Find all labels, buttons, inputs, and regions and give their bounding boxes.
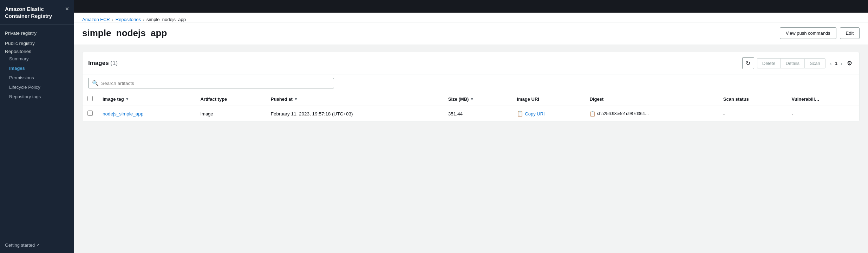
next-page-button[interactable]: › [839, 60, 844, 67]
row-size-cell: 351.44 [443, 106, 512, 121]
th-image-tag: Image tag ▼ [98, 92, 195, 106]
panel-actions: ↻ Delete Details Scan ‹ 1 › [742, 57, 854, 69]
row-vulnerabilities: - [792, 111, 794, 116]
row-image-uri-cell: 📋 Copy URI [512, 106, 585, 121]
row-artifact-type: Image [200, 111, 213, 116]
table-row: nodejs_simple_app Image February 11, 202… [83, 106, 859, 121]
top-bar [74, 0, 868, 13]
breadcrumb-sep-2: › [143, 17, 144, 22]
copy-uri-label: Copy URI [525, 111, 544, 116]
sidebar-item-repository-tags[interactable]: Repository tags [0, 92, 74, 101]
breadcrumb-repositories[interactable]: Repositories [116, 17, 141, 22]
sidebar-item-images[interactable]: Images [0, 64, 74, 73]
sidebar: Amazon Elastic Container Registry × Priv… [0, 0, 74, 253]
content-area: Images (1) ↻ Delete Details Scan [74, 45, 868, 128]
th-scan-status: Scan status [718, 92, 787, 106]
breadcrumb-ecr[interactable]: Amazon ECR [82, 17, 110, 22]
table-header-row: Image tag ▼ Artifact type Pushed at [83, 92, 859, 106]
th-size: Size (MB) ▼ [443, 92, 512, 106]
scan-button[interactable]: Scan [804, 58, 825, 68]
row-vulnerabilities-cell: - [787, 106, 859, 121]
row-tag-link[interactable]: nodejs_simple_app [103, 111, 143, 116]
row-pushed-at: February 11, 2023, 19:57:18 (UTC+03) [271, 111, 353, 116]
breadcrumb-current: simple_nodejs_app [146, 17, 186, 22]
column-settings-button[interactable]: ⚙ [846, 59, 854, 68]
delete-button[interactable]: Delete [757, 58, 781, 68]
row-scan-status-cell: - [718, 106, 787, 121]
images-table-wrapper: Image tag ▼ Artifact type Pushed at [83, 92, 859, 121]
row-pushed-at-cell: February 11, 2023, 19:57:18 (UTC+03) [266, 106, 443, 121]
external-link-icon: ↗ [36, 243, 39, 247]
pushed-at-sort-icon: ▼ [294, 97, 298, 101]
details-button[interactable]: Details [780, 58, 804, 68]
search-input[interactable] [101, 81, 330, 86]
sidebar-item-private-registry[interactable]: Private registry [0, 28, 74, 38]
th-image-uri: Image URI [512, 92, 585, 106]
breadcrumb-sep-1: › [112, 17, 113, 22]
size-sort-icon: ▼ [470, 97, 474, 101]
row-scan-status: - [723, 111, 725, 116]
breadcrumb: Amazon ECR › Repositories › simple_nodej… [74, 13, 868, 22]
sidebar-item-repositories[interactable]: Repositories [0, 46, 36, 56]
refresh-icon: ↻ [746, 60, 750, 67]
page-area: Amazon ECR › Repositories › simple_nodej… [74, 13, 868, 253]
panel-title: Images (1) [88, 60, 118, 67]
copy-icon: 📋 [517, 111, 523, 117]
row-size: 351.44 [448, 111, 463, 116]
sidebar-header: Amazon Elastic Container Registry × [0, 0, 74, 25]
page-number: 1 [835, 61, 837, 66]
row-artifact-type-cell: Image [195, 106, 266, 121]
row-checkbox[interactable] [87, 111, 93, 116]
search-input-wrapper: 🔍 [88, 78, 334, 88]
select-all-checkbox[interactable] [87, 96, 93, 101]
row-tag-cell: nodejs_simple_app [98, 106, 195, 121]
search-bar-row: 🔍 [83, 74, 859, 92]
view-push-commands-button[interactable]: View push commands [780, 27, 836, 39]
sidebar-footer: Getting started ↗ [0, 237, 74, 253]
th-checkbox [83, 92, 98, 106]
panel-header: Images (1) ↻ Delete Details Scan [83, 52, 859, 74]
page-header: simple_nodejs_app View push commands Edi… [74, 22, 868, 45]
th-vulnerabilities: Vulnerabili… [787, 92, 859, 106]
page-actions: View push commands Edit [780, 27, 860, 39]
images-panel: Images (1) ↻ Delete Details Scan [82, 52, 860, 121]
th-digest: Digest [585, 92, 718, 106]
action-buttons-group: Delete Details Scan [757, 58, 825, 68]
sidebar-footer-getting-started[interactable]: Getting started ↗ [5, 241, 69, 249]
sidebar-item-lifecycle-policy[interactable]: Lifecycle Policy [0, 82, 74, 92]
pagination: ‹ 1 › ⚙ [828, 59, 854, 68]
th-artifact-type: Artifact type [195, 92, 266, 106]
sidebar-title: Amazon Elastic Container Registry [5, 6, 52, 19]
page-title: simple_nodejs_app [82, 28, 167, 39]
refresh-button[interactable]: ↻ [742, 57, 754, 69]
sidebar-close-button[interactable]: × [65, 6, 69, 12]
image-tag-sort-icon: ▼ [125, 97, 129, 101]
main-content: Amazon ECR › Repositories › simple_nodej… [74, 0, 868, 253]
sidebar-item-permissions[interactable]: Permissions [0, 73, 74, 82]
digest-copy-icon: 📋 [589, 111, 595, 116]
getting-started-label: Getting started [5, 242, 35, 248]
row-digest-cell: 📋 sha256:98e4e1d987d364… [585, 106, 718, 121]
row-digest: sha256:98e4e1d987d364… [597, 111, 649, 116]
sidebar-nav: Private registry Public registry Reposit… [0, 25, 74, 105]
panel-title-count: (1) [110, 60, 118, 66]
row-checkbox-cell [83, 106, 98, 121]
panel-title-text: Images [88, 60, 109, 66]
prev-page-button[interactable]: ‹ [828, 60, 834, 67]
images-table: Image tag ▼ Artifact type Pushed at [83, 92, 859, 121]
copy-uri-button[interactable]: 📋 Copy URI [517, 111, 544, 117]
th-pushed-at: Pushed at ▼ [266, 92, 443, 106]
edit-button[interactable]: Edit [840, 27, 860, 39]
search-icon: 🔍 [92, 80, 99, 86]
